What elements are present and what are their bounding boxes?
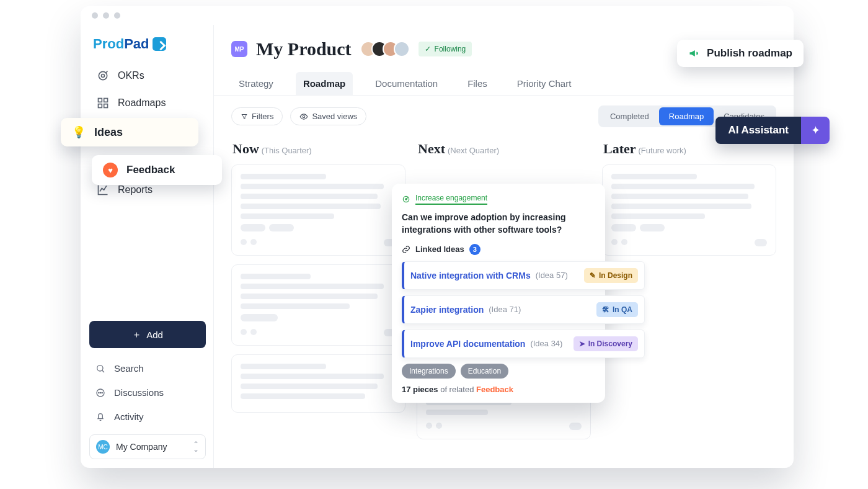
column-now: Now(This Quarter) [231, 137, 405, 455]
idea-title: Zapier integration [410, 305, 484, 315]
updown-icon: ⌃⌄ [193, 442, 199, 452]
column-header: Now(This Quarter) [231, 137, 405, 164]
search-icon [95, 364, 107, 374]
nav-label: Reports [118, 184, 153, 195]
tab-priority-chart[interactable]: Priority Chart [510, 72, 579, 95]
svg-point-10 [102, 392, 102, 393]
linked-idea[interactable]: Improve API documentation (Idea 34) ➤In … [402, 330, 645, 358]
idea-title: Native integration with CRMs [410, 271, 531, 280]
target-icon [402, 195, 410, 204]
company-selector[interactable]: MC My Company ⌃⌄ [89, 434, 206, 459]
svg-rect-2 [99, 99, 102, 102]
nav-roadmaps[interactable]: Roadmaps [89, 91, 206, 115]
svg-point-13 [405, 199, 407, 200]
search-link[interactable]: Search [89, 358, 206, 379]
sidebar: ProdPad OKRs Roadmaps Reports [81, 25, 214, 468]
linked-count-badge: 3 [469, 244, 480, 255]
tags: Integrations Education [402, 364, 595, 379]
linked-label: Linked Ideas [415, 244, 464, 254]
ai-assistant-button[interactable]: AI Assistant ✦ [715, 117, 830, 144]
logo[interactable]: ProdPad [89, 34, 206, 63]
svg-point-8 [99, 392, 99, 393]
tab-roadmap[interactable]: Roadmap [296, 72, 353, 95]
roadmap-card[interactable] [602, 164, 776, 256]
traffic-light-min[interactable] [103, 12, 109, 19]
column-title: Next [418, 141, 445, 156]
idea-id: (Idea 57) [536, 271, 568, 280]
nav-label: Roadmaps [118, 97, 166, 109]
add-label: Add [146, 330, 163, 340]
filters-button[interactable]: Filters [231, 107, 283, 125]
plus-icon: ＋ [132, 329, 141, 341]
linked-idea[interactable]: Native integration with CRMs (Idea 57) ✎… [402, 261, 645, 290]
segment-completed[interactable]: Completed [600, 107, 659, 125]
link-icon [402, 245, 410, 254]
svg-rect-5 [104, 104, 108, 108]
idea-id: (Idea 71) [489, 305, 521, 314]
status-label: In Discovery [588, 339, 632, 348]
company-name: My Company [116, 442, 187, 452]
linked-idea[interactable]: Zapier integration (Idea 71) 🛠In QA [402, 295, 645, 324]
status-badge: ➤In Discovery [574, 336, 638, 351]
discussions-label: Discussions [114, 387, 164, 398]
activity-label: Activity [114, 411, 144, 422]
ai-label: AI Assistant [715, 117, 801, 144]
feedback-link[interactable]: Feedback [476, 385, 513, 394]
svg-rect-4 [99, 104, 102, 108]
tab-documentation[interactable]: Documentation [368, 72, 445, 95]
pencil-icon: ✎ [590, 271, 596, 280]
nav-ideas[interactable]: 💡 Ideas [61, 118, 198, 146]
svg-point-11 [303, 115, 306, 118]
target-icon [97, 70, 109, 82]
publish-roadmap-button[interactable]: Publish roadmap [677, 40, 804, 67]
member-avatars[interactable] [360, 41, 410, 57]
segment-roadmap[interactable]: Roadmap [659, 107, 714, 125]
column-title: Later [603, 141, 636, 156]
following-badge[interactable]: ✓ Following [418, 42, 472, 56]
filters-label: Filters [252, 112, 273, 121]
add-button[interactable]: ＋ Add [89, 321, 206, 348]
tab-files[interactable]: Files [460, 72, 495, 95]
saved-views-button[interactable]: Saved views [290, 107, 366, 125]
status-label: In QA [613, 305, 632, 314]
logo-text: ProdPad [93, 36, 149, 52]
traffic-light-close[interactable] [92, 12, 98, 19]
status-badge: 🛠In QA [596, 302, 638, 317]
column-cards [231, 164, 405, 413]
idea-title: Improve API documentation [410, 339, 525, 349]
tab-strategy[interactable]: Strategy [231, 72, 281, 95]
roadmap-card[interactable] [231, 354, 405, 413]
tools-icon: 🛠 [602, 305, 609, 314]
objective-link[interactable]: Increase engagement [402, 194, 595, 205]
saved-views-label: Saved views [312, 112, 357, 121]
following-label: Following [435, 45, 466, 53]
roadmap-item-detail: Increase engagement Can we improve adopt… [392, 184, 605, 403]
column-subtitle: (This Quarter) [262, 146, 312, 155]
column-cards [602, 164, 776, 256]
activity-link[interactable]: Activity [89, 406, 206, 427]
related-count: 17 pieces [402, 385, 438, 394]
traffic-light-max[interactable] [114, 12, 120, 19]
column-subtitle: (Next Quarter) [448, 146, 499, 155]
idea-id: (Idea 34) [530, 339, 562, 348]
nav-label: OKRs [118, 70, 144, 81]
roadmap-card[interactable] [231, 264, 405, 346]
discussions-link[interactable]: Discussions [89, 382, 206, 403]
tag[interactable]: Integrations [402, 364, 456, 379]
column-header: Next(Next Quarter) [417, 137, 591, 164]
nav-okrs[interactable]: OKRs [89, 63, 206, 88]
chart-line-icon [97, 184, 109, 196]
initiative-question: Can we improve adoption by increasing in… [402, 211, 595, 236]
svg-point-6 [97, 365, 103, 370]
status-badge: ✎In Design [584, 268, 638, 283]
company-avatar: MC [96, 440, 110, 454]
tag[interactable]: Education [461, 364, 508, 379]
eye-icon [299, 112, 308, 121]
svg-point-1 [102, 74, 105, 78]
publish-label: Publish roadmap [707, 47, 792, 60]
related-mid: of related [438, 385, 476, 394]
roadmap-card[interactable] [231, 164, 405, 256]
nav-feedback[interactable]: ♥ Feedback [92, 155, 222, 185]
related-feedback: 17 pieces of related Feedback [402, 385, 595, 394]
status-label: In Design [599, 271, 632, 280]
